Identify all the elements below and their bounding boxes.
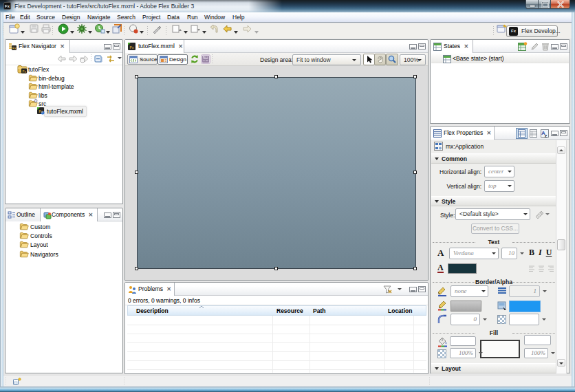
- svg-text:Fx: Fx: [23, 69, 27, 74]
- svg-text:z: z: [545, 133, 547, 139]
- svg-text:Fx: Fx: [39, 109, 43, 113]
- svg-text:Fx: Fx: [130, 45, 134, 50]
- svg-text:Fx: Fx: [12, 46, 17, 50]
